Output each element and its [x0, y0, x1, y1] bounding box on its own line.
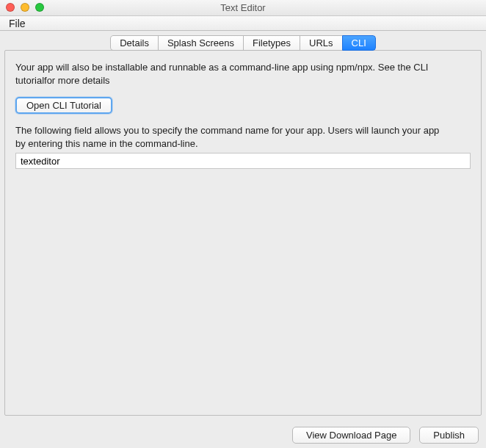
content: Details Splash Screens Filetypes URLs CL…: [0, 31, 486, 420]
menubar: File: [0, 16, 486, 31]
tab-urls[interactable]: URLs: [300, 35, 343, 51]
close-icon[interactable]: [6, 3, 15, 12]
zoom-icon[interactable]: [35, 3, 44, 12]
traffic-lights: [6, 3, 44, 12]
tab-cli[interactable]: CLI: [342, 35, 376, 51]
window-title: Text Editor: [220, 2, 265, 13]
cli-panel: Your app will also be installable and ru…: [4, 50, 482, 416]
tab-details[interactable]: Details: [110, 35, 159, 51]
cli-intro-text: Your app will also be installable and ru…: [15, 61, 441, 87]
publish-button[interactable]: Publish: [419, 427, 479, 444]
titlebar: Text Editor: [0, 0, 486, 16]
tab-filetypes[interactable]: Filetypes: [243, 35, 300, 51]
cli-cmdname-desc: The following field allows you to specif…: [15, 124, 441, 150]
view-download-page-button[interactable]: View Download Page: [292, 427, 410, 444]
menu-file[interactable]: File: [6, 18, 29, 29]
tab-splash[interactable]: Splash Screens: [158, 35, 244, 51]
minimize-icon[interactable]: [21, 3, 29, 12]
command-name-input[interactable]: [15, 153, 471, 169]
tabbar: Details Splash Screens Filetypes URLs CL…: [4, 35, 482, 51]
footer-buttons: View Download Page Publish: [292, 427, 479, 444]
open-cli-tutorial-button[interactable]: Open CLI Tutorial: [15, 97, 112, 114]
